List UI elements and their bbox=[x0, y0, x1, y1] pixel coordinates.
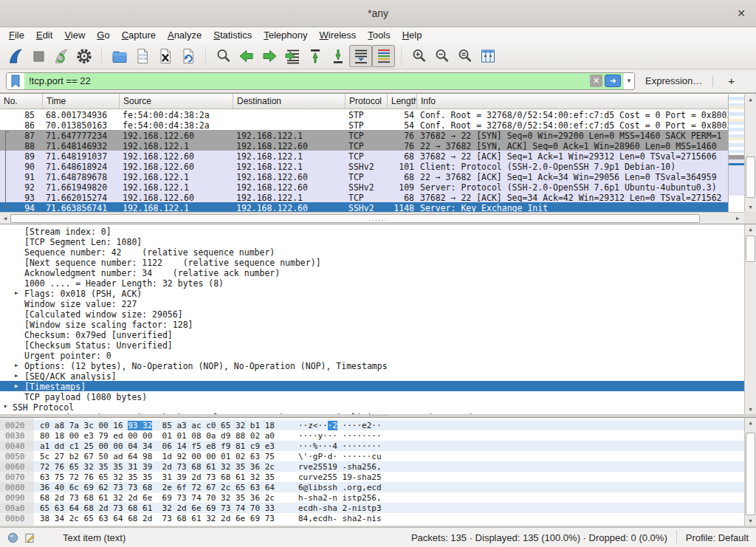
hex-row-0050[interactable]: 00505c 27 b2 67 50 ad 64 98 1d 92 00 00 … bbox=[0, 451, 744, 461]
hex-row-00b0[interactable]: 00b038 34 2c 65 63 64 68 2d 73 68 61 32 … bbox=[0, 513, 744, 523]
close-file-button[interactable] bbox=[154, 45, 176, 67]
hex-scroll-thumb[interactable] bbox=[746, 433, 755, 515]
detail-line[interactable]: Acknowledgment number: 34 (relative ack … bbox=[0, 267, 744, 278]
detail-line[interactable]: ▶Flags: 0x018 (PSH, ACK) bbox=[0, 288, 744, 298]
hex-row-0020[interactable]: 0020c0 a8 7a 3c 00 16 93 32 85 a3 ac c0 … bbox=[0, 420, 744, 430]
capture-comment-icon[interactable] bbox=[25, 532, 35, 543]
capture-options-button[interactable] bbox=[72, 45, 95, 67]
zoom-reset-button[interactable] bbox=[453, 45, 476, 67]
menu-item-help[interactable]: Help bbox=[396, 27, 428, 43]
hex-ascii[interactable]: ··z<···2 ····e2·· bbox=[276, 421, 382, 430]
filter-history-dropdown[interactable]: ▼ bbox=[623, 73, 634, 89]
hex-bytes[interactable]: 65 63 64 68 2d 73 68 61 32 2d 6e 69 73 7… bbox=[34, 503, 276, 513]
hex-ascii[interactable]: curve255 19-sha25 bbox=[276, 472, 382, 482]
save-file-button[interactable]: 01010110 bbox=[131, 45, 154, 67]
hex-row-0090[interactable]: 009068 2d 73 68 61 32 2d 6e 69 73 74 70 … bbox=[0, 492, 744, 503]
hex-bytes[interactable]: a1 dd c1 25 00 00 04 34 06 14 f5 e8 f9 8… bbox=[34, 441, 276, 451]
add-filter-button[interactable]: + bbox=[722, 75, 740, 87]
hex-bytes[interactable]: 72 76 65 32 35 35 31 39 2d 73 68 61 32 3… bbox=[34, 462, 276, 472]
hex-ascii[interactable]: \'·gP·d· ······cu bbox=[276, 452, 382, 461]
detail-line[interactable]: ▶[SEQ/ACK analysis] bbox=[0, 371, 744, 381]
hex-vscrollbar[interactable]: ▲ ▼ bbox=[744, 418, 756, 526]
column-header-protocol[interactable]: Protocol bbox=[346, 94, 388, 109]
packet-row-92[interactable]: 9271.661949820192.168.122.1192.168.122.6… bbox=[0, 182, 728, 192]
packet-row-85[interactable]: 8568.001734936fe:54:00:d4:38:2aSTP54Conf… bbox=[0, 109, 728, 120]
packet-row-88[interactable]: 8871.648146932192.168.122.1192.168.122.6… bbox=[0, 140, 728, 151]
column-header-length[interactable]: Length bbox=[388, 94, 417, 109]
menu-item-analyze[interactable]: Analyze bbox=[162, 27, 207, 43]
detail-line[interactable]: Urgent pointer: 0 bbox=[0, 350, 744, 360]
hex-row-0060[interactable]: 006072 76 65 32 35 35 31 39 2d 73 68 61 … bbox=[0, 461, 744, 472]
detail-line[interactable]: Window size value: 227 bbox=[0, 298, 744, 309]
filter-bookmark-button[interactable] bbox=[7, 73, 24, 89]
menu-item-file[interactable]: File bbox=[3, 27, 30, 43]
hex-bytes[interactable]: 63 75 72 76 65 32 35 35 31 39 2d 73 68 6… bbox=[34, 472, 276, 482]
detail-line[interactable]: ▶[Timestamps] bbox=[0, 381, 744, 391]
expanded-triangle-icon[interactable]: ▼ bbox=[4, 404, 7, 410]
collapsed-triangle-icon[interactable]: ▶ bbox=[15, 383, 18, 389]
details-scroll-thumb[interactable] bbox=[746, 235, 755, 262]
column-header-info[interactable]: Info bbox=[417, 94, 756, 109]
reload-file-button[interactable] bbox=[176, 45, 199, 67]
packet-row-91[interactable]: 9171.648789678192.168.122.1192.168.122.6… bbox=[0, 171, 728, 182]
collapsed-triangle-icon[interactable]: ▶ bbox=[15, 362, 18, 368]
hex-ascii[interactable]: ···%···4 ········ bbox=[276, 441, 382, 451]
column-header-no[interactable]: No. bbox=[0, 94, 43, 109]
packet-row-94[interactable]: 9471.663856741192.168.122.1192.168.122.6… bbox=[0, 202, 728, 213]
scroll-up-arrow-icon[interactable]: ▲ bbox=[745, 94, 756, 105]
packet-row-86[interactable]: 8670.013850163fe:54:00:d4:38:2aSTP54Conf… bbox=[0, 120, 728, 130]
hex-ascii[interactable]: h-sha2-n istp256, bbox=[276, 493, 382, 503]
detail-line[interactable]: ▼SSH Protocol bbox=[0, 402, 744, 412]
zoom-in-button[interactable] bbox=[408, 45, 430, 67]
scroll-down-arrow-icon[interactable]: ▼ bbox=[745, 202, 756, 213]
detail-line[interactable]: ▶Options: (12 bytes), No-Operation (NOP)… bbox=[0, 360, 744, 371]
start-capture-button[interactable] bbox=[4, 45, 27, 67]
packet-row-89[interactable]: 8971.648191037192.168.122.60192.168.122.… bbox=[0, 151, 728, 161]
auto-scroll-button[interactable] bbox=[349, 45, 372, 67]
close-window-button[interactable]: ✕ bbox=[732, 0, 750, 27]
menu-item-go[interactable]: Go bbox=[91, 27, 115, 43]
restart-capture-button[interactable] bbox=[49, 45, 72, 67]
menu-item-view[interactable]: View bbox=[58, 27, 91, 43]
scroll-down-arrow-icon[interactable]: ▼ bbox=[745, 405, 756, 414]
detail-line[interactable]: [Window size scaling factor: 128] bbox=[0, 319, 744, 329]
packet-list-scroll-thumb[interactable] bbox=[746, 156, 755, 198]
hex-bytes[interactable]: 5c 27 b2 67 50 ad 64 98 1d 92 00 00 01 0… bbox=[34, 452, 276, 461]
scroll-down-arrow-icon[interactable]: ▼ bbox=[745, 516, 756, 526]
hex-ascii[interactable]: rve25519 -sha256, bbox=[276, 462, 382, 472]
hex-row-0040[interactable]: 0040a1 dd c1 25 00 00 04 34 06 14 f5 e8 … bbox=[0, 441, 744, 451]
detail-line[interactable]: [TCP Segment Len: 1080] bbox=[0, 236, 744, 247]
collapsed-triangle-icon[interactable]: ▶ bbox=[15, 373, 18, 379]
resize-columns-button[interactable] bbox=[476, 45, 499, 67]
collapsed-triangle-icon[interactable]: ▶ bbox=[15, 290, 18, 296]
detail-line[interactable]: [Checksum Status: Unverified] bbox=[0, 340, 744, 350]
expert-info-icon[interactable] bbox=[7, 532, 18, 543]
menu-item-capture[interactable]: Capture bbox=[116, 27, 162, 43]
column-header-time[interactable]: Time bbox=[43, 94, 120, 109]
detail-line[interactable]: [Next sequence number: 1122 (relative se… bbox=[0, 257, 744, 267]
hex-bytes[interactable]: 68 2d 73 68 61 32 2d 6e 69 73 74 70 32 3… bbox=[34, 493, 276, 503]
hex-ascii[interactable]: 6@libssh .org,ecd bbox=[276, 483, 382, 492]
menu-item-telephony[interactable]: Telephony bbox=[258, 27, 313, 43]
go-last-packet-button[interactable] bbox=[326, 45, 349, 67]
hex-ascii[interactable]: ecdh-sha 2-nistp3 bbox=[276, 503, 382, 513]
hex-bytes[interactable]: 36 40 6c 69 62 73 73 68 2e 6f 72 67 2c 6… bbox=[34, 483, 276, 492]
zoom-out-button[interactable] bbox=[430, 45, 453, 67]
expression-button[interactable]: Expression… bbox=[645, 75, 702, 86]
status-profile[interactable]: Profile: Default bbox=[686, 532, 749, 543]
menu-item-tools[interactable]: Tools bbox=[362, 27, 396, 43]
detail-line[interactable]: 1000 .... = Header Length: 32 bytes (8) bbox=[0, 278, 744, 288]
hex-bytes[interactable]: c0 a8 7a 3c 00 16 93 32 85 a3 ac c0 65 3… bbox=[34, 421, 276, 430]
menu-item-statistics[interactable]: Statistics bbox=[207, 27, 258, 43]
display-filter-input[interactable]: !tcp.port == 22 ✕ ➜ bbox=[24, 73, 623, 89]
packet-list-vscrollbar[interactable]: ▲ ▼ bbox=[744, 94, 756, 213]
go-forward-button[interactable] bbox=[258, 45, 281, 67]
hex-row-0070[interactable]: 007063 75 72 76 65 32 35 35 31 39 2d 73 … bbox=[0, 472, 744, 482]
open-file-button[interactable] bbox=[108, 45, 131, 67]
packet-row-93[interactable]: 9371.662015274192.168.122.60192.168.122.… bbox=[0, 192, 728, 202]
hex-ascii[interactable]: 84,ecdh- sha2-nis bbox=[276, 514, 382, 523]
detail-line[interactable]: [Calculated window size: 29056] bbox=[0, 309, 744, 319]
hex-row-0080[interactable]: 008036 40 6c 69 62 73 73 68 2e 6f 72 67 … bbox=[0, 482, 744, 492]
hex-bytes[interactable]: 80 18 00 e3 79 ed 00 00 01 01 08 0a d9 8… bbox=[34, 431, 276, 441]
filter-clear-button[interactable]: ✕ bbox=[590, 75, 602, 87]
